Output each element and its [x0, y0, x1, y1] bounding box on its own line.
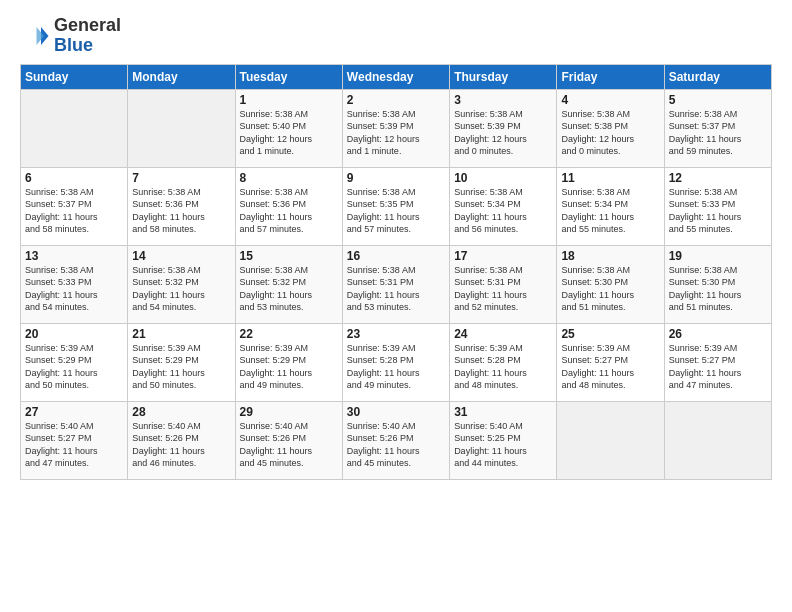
day-info: Sunrise: 5:38 AM Sunset: 5:32 PM Dayligh… [240, 264, 338, 314]
day-number: 12 [669, 171, 767, 185]
calendar-cell: 3Sunrise: 5:38 AM Sunset: 5:39 PM Daylig… [450, 89, 557, 167]
day-info: Sunrise: 5:39 AM Sunset: 5:28 PM Dayligh… [454, 342, 552, 392]
calendar-cell: 9Sunrise: 5:38 AM Sunset: 5:35 PM Daylig… [342, 167, 449, 245]
calendar-cell: 13Sunrise: 5:38 AM Sunset: 5:33 PM Dayli… [21, 245, 128, 323]
week-row-2: 6Sunrise: 5:38 AM Sunset: 5:37 PM Daylig… [21, 167, 772, 245]
day-number: 26 [669, 327, 767, 341]
col-header-friday: Friday [557, 64, 664, 89]
day-number: 9 [347, 171, 445, 185]
day-info: Sunrise: 5:38 AM Sunset: 5:32 PM Dayligh… [132, 264, 230, 314]
col-header-monday: Monday [128, 64, 235, 89]
day-number: 27 [25, 405, 123, 419]
day-number: 10 [454, 171, 552, 185]
calendar-cell: 25Sunrise: 5:39 AM Sunset: 5:27 PM Dayli… [557, 323, 664, 401]
day-number: 16 [347, 249, 445, 263]
day-info: Sunrise: 5:40 AM Sunset: 5:26 PM Dayligh… [347, 420, 445, 470]
calendar-cell: 12Sunrise: 5:38 AM Sunset: 5:33 PM Dayli… [664, 167, 771, 245]
logo-text: General Blue [54, 16, 121, 56]
day-info: Sunrise: 5:38 AM Sunset: 5:31 PM Dayligh… [347, 264, 445, 314]
calendar-cell: 26Sunrise: 5:39 AM Sunset: 5:27 PM Dayli… [664, 323, 771, 401]
calendar-cell: 14Sunrise: 5:38 AM Sunset: 5:32 PM Dayli… [128, 245, 235, 323]
day-info: Sunrise: 5:38 AM Sunset: 5:30 PM Dayligh… [669, 264, 767, 314]
day-info: Sunrise: 5:39 AM Sunset: 5:29 PM Dayligh… [240, 342, 338, 392]
week-row-5: 27Sunrise: 5:40 AM Sunset: 5:27 PM Dayli… [21, 401, 772, 479]
day-info: Sunrise: 5:39 AM Sunset: 5:28 PM Dayligh… [347, 342, 445, 392]
day-number: 28 [132, 405, 230, 419]
col-header-wednesday: Wednesday [342, 64, 449, 89]
day-info: Sunrise: 5:39 AM Sunset: 5:27 PM Dayligh… [561, 342, 659, 392]
calendar-cell [557, 401, 664, 479]
calendar-cell: 8Sunrise: 5:38 AM Sunset: 5:36 PM Daylig… [235, 167, 342, 245]
calendar-cell [21, 89, 128, 167]
calendar-cell: 2Sunrise: 5:38 AM Sunset: 5:39 PM Daylig… [342, 89, 449, 167]
day-number: 24 [454, 327, 552, 341]
day-info: Sunrise: 5:38 AM Sunset: 5:39 PM Dayligh… [454, 108, 552, 158]
day-info: Sunrise: 5:38 AM Sunset: 5:40 PM Dayligh… [240, 108, 338, 158]
day-number: 21 [132, 327, 230, 341]
day-number: 6 [25, 171, 123, 185]
day-info: Sunrise: 5:40 AM Sunset: 5:25 PM Dayligh… [454, 420, 552, 470]
day-info: Sunrise: 5:39 AM Sunset: 5:27 PM Dayligh… [669, 342, 767, 392]
day-info: Sunrise: 5:38 AM Sunset: 5:34 PM Dayligh… [561, 186, 659, 236]
day-info: Sunrise: 5:38 AM Sunset: 5:33 PM Dayligh… [25, 264, 123, 314]
day-number: 25 [561, 327, 659, 341]
day-number: 2 [347, 93, 445, 107]
calendar-cell: 10Sunrise: 5:38 AM Sunset: 5:34 PM Dayli… [450, 167, 557, 245]
day-number: 22 [240, 327, 338, 341]
day-info: Sunrise: 5:38 AM Sunset: 5:35 PM Dayligh… [347, 186, 445, 236]
day-number: 5 [669, 93, 767, 107]
calendar-cell: 21Sunrise: 5:39 AM Sunset: 5:29 PM Dayli… [128, 323, 235, 401]
calendar-cell: 22Sunrise: 5:39 AM Sunset: 5:29 PM Dayli… [235, 323, 342, 401]
calendar-cell: 24Sunrise: 5:39 AM Sunset: 5:28 PM Dayli… [450, 323, 557, 401]
calendar-cell: 17Sunrise: 5:38 AM Sunset: 5:31 PM Dayli… [450, 245, 557, 323]
calendar-cell: 16Sunrise: 5:38 AM Sunset: 5:31 PM Dayli… [342, 245, 449, 323]
day-number: 13 [25, 249, 123, 263]
calendar-cell: 4Sunrise: 5:38 AM Sunset: 5:38 PM Daylig… [557, 89, 664, 167]
day-number: 31 [454, 405, 552, 419]
calendar-cell: 30Sunrise: 5:40 AM Sunset: 5:26 PM Dayli… [342, 401, 449, 479]
day-info: Sunrise: 5:40 AM Sunset: 5:27 PM Dayligh… [25, 420, 123, 470]
calendar-cell [128, 89, 235, 167]
col-header-sunday: Sunday [21, 64, 128, 89]
calendar-cell: 11Sunrise: 5:38 AM Sunset: 5:34 PM Dayli… [557, 167, 664, 245]
day-info: Sunrise: 5:39 AM Sunset: 5:29 PM Dayligh… [132, 342, 230, 392]
day-number: 30 [347, 405, 445, 419]
day-info: Sunrise: 5:38 AM Sunset: 5:31 PM Dayligh… [454, 264, 552, 314]
week-row-4: 20Sunrise: 5:39 AM Sunset: 5:29 PM Dayli… [21, 323, 772, 401]
calendar-cell: 31Sunrise: 5:40 AM Sunset: 5:25 PM Dayli… [450, 401, 557, 479]
day-number: 19 [669, 249, 767, 263]
calendar-cell: 15Sunrise: 5:38 AM Sunset: 5:32 PM Dayli… [235, 245, 342, 323]
calendar-cell: 5Sunrise: 5:38 AM Sunset: 5:37 PM Daylig… [664, 89, 771, 167]
calendar-cell: 7Sunrise: 5:38 AM Sunset: 5:36 PM Daylig… [128, 167, 235, 245]
logo: General Blue [20, 16, 121, 56]
day-info: Sunrise: 5:38 AM Sunset: 5:39 PM Dayligh… [347, 108, 445, 158]
calendar-cell: 18Sunrise: 5:38 AM Sunset: 5:30 PM Dayli… [557, 245, 664, 323]
day-info: Sunrise: 5:40 AM Sunset: 5:26 PM Dayligh… [132, 420, 230, 470]
header: General Blue [20, 16, 772, 56]
day-number: 15 [240, 249, 338, 263]
day-info: Sunrise: 5:39 AM Sunset: 5:29 PM Dayligh… [25, 342, 123, 392]
week-row-3: 13Sunrise: 5:38 AM Sunset: 5:33 PM Dayli… [21, 245, 772, 323]
calendar-cell: 6Sunrise: 5:38 AM Sunset: 5:37 PM Daylig… [21, 167, 128, 245]
calendar-cell: 20Sunrise: 5:39 AM Sunset: 5:29 PM Dayli… [21, 323, 128, 401]
day-info: Sunrise: 5:38 AM Sunset: 5:34 PM Dayligh… [454, 186, 552, 236]
calendar-cell: 19Sunrise: 5:38 AM Sunset: 5:30 PM Dayli… [664, 245, 771, 323]
header-row: SundayMondayTuesdayWednesdayThursdayFrid… [21, 64, 772, 89]
day-number: 14 [132, 249, 230, 263]
day-info: Sunrise: 5:38 AM Sunset: 5:36 PM Dayligh… [240, 186, 338, 236]
day-number: 4 [561, 93, 659, 107]
week-row-1: 1Sunrise: 5:38 AM Sunset: 5:40 PM Daylig… [21, 89, 772, 167]
calendar-table: SundayMondayTuesdayWednesdayThursdayFrid… [20, 64, 772, 480]
day-info: Sunrise: 5:38 AM Sunset: 5:38 PM Dayligh… [561, 108, 659, 158]
day-number: 20 [25, 327, 123, 341]
day-number: 8 [240, 171, 338, 185]
calendar-cell: 28Sunrise: 5:40 AM Sunset: 5:26 PM Dayli… [128, 401, 235, 479]
calendar-cell [664, 401, 771, 479]
day-info: Sunrise: 5:40 AM Sunset: 5:26 PM Dayligh… [240, 420, 338, 470]
day-number: 18 [561, 249, 659, 263]
day-number: 11 [561, 171, 659, 185]
calendar-cell: 27Sunrise: 5:40 AM Sunset: 5:27 PM Dayli… [21, 401, 128, 479]
day-number: 1 [240, 93, 338, 107]
calendar-cell: 23Sunrise: 5:39 AM Sunset: 5:28 PM Dayli… [342, 323, 449, 401]
col-header-thursday: Thursday [450, 64, 557, 89]
